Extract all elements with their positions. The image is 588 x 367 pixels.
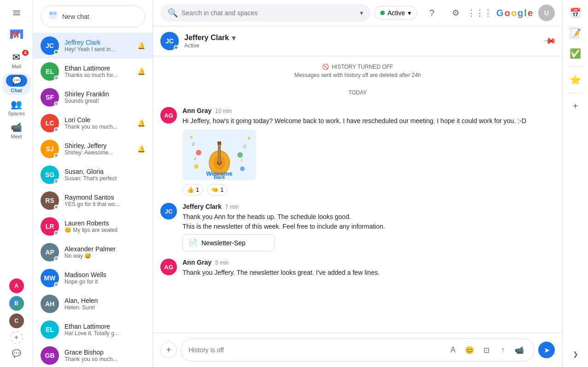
emoji-reactions: 👍 1 🤜 1 bbox=[182, 184, 555, 195]
settings-button[interactable]: ⚙ bbox=[447, 4, 465, 22]
apps-button[interactable]: ⋮⋮⋮ bbox=[470, 4, 489, 22]
svg-text:★: ★ bbox=[189, 135, 194, 140]
user-avatar-1[interactable]: A bbox=[9, 278, 24, 293]
svg-point-19 bbox=[237, 152, 243, 158]
chat-item[interactable]: AH Alan, Helen Helen: Sure! bbox=[33, 291, 153, 317]
active-status-button[interactable]: Active ▾ bbox=[374, 6, 417, 20]
svg-point-20 bbox=[194, 164, 199, 169]
offline-dot bbox=[54, 256, 59, 261]
chat-preview: Thanks so much for... bbox=[65, 72, 132, 78]
add-attachment-button[interactable]: + bbox=[160, 342, 177, 358]
search-input[interactable] bbox=[182, 9, 356, 17]
emoji-button[interactable]: 😊 bbox=[462, 343, 477, 357]
chat-name: Jeffrey Clark bbox=[65, 39, 132, 46]
chat-name: Raymond Santos bbox=[65, 194, 145, 201]
new-chat-label: New chat bbox=[62, 13, 89, 20]
chat-messages: 🚫 HISTORY TURNED OFF Messages sent with … bbox=[153, 56, 562, 332]
spaces-label: Spaces bbox=[8, 111, 25, 116]
send-button[interactable]: ➤ bbox=[538, 342, 555, 358]
chat-preview: 😊 My lips are sealed bbox=[65, 227, 145, 233]
thumbs-up-icon: 👍 bbox=[187, 186, 194, 193]
chat-item[interactable]: JC Jeffrey Clark Hey! Yeah I sent in... … bbox=[33, 33, 153, 59]
search-dropdown-icon[interactable]: ▾ bbox=[360, 9, 363, 17]
chat-item[interactable]: RS Raymond Santos YES go for it that wo.… bbox=[33, 188, 153, 213]
sidebar-item-spaces[interactable]: 👥 Spaces bbox=[3, 97, 30, 118]
newsletter-attachment[interactable]: 📄 Newsletter-Sep bbox=[182, 234, 275, 251]
offline-dot bbox=[54, 231, 59, 235]
screen-share-button[interactable]: ⊡ bbox=[479, 343, 494, 357]
bell-icon: 🔔 bbox=[137, 68, 145, 75]
mail-icon: ✉ bbox=[12, 52, 20, 63]
collapse-button[interactable]: ❯ bbox=[566, 345, 585, 363]
chat-name: Alan, Helen bbox=[65, 297, 145, 304]
chat-preview: Sounds great! bbox=[65, 98, 145, 104]
history-title: 🚫 HISTORY TURNED OFF bbox=[322, 64, 393, 70]
fist-icon: 🤜 bbox=[211, 186, 218, 193]
tasks-button[interactable]: 📝 bbox=[566, 24, 585, 42]
message-header: Ann Gray 5 min bbox=[182, 259, 555, 266]
svg-text:Back: Back bbox=[214, 175, 225, 180]
add-account-button[interactable]: + bbox=[10, 331, 23, 344]
chat-header-info: Jeffery Clark ▾ Active bbox=[184, 34, 539, 49]
chat-item[interactable]: SG Susan, Gloria Susan: That's perfect bbox=[33, 162, 153, 188]
format-text-button[interactable]: A bbox=[446, 343, 460, 357]
chat-item[interactable]: MW Madison Wells Nope go for it bbox=[33, 265, 153, 291]
user-avatar-2[interactable]: B bbox=[9, 296, 24, 311]
chat-item[interactable]: LC Lori Cole Thank you so much... 🔔 bbox=[33, 110, 153, 136]
mail-badge: 4 bbox=[22, 50, 29, 56]
chat-input[interactable] bbox=[188, 346, 442, 354]
chat-item[interactable]: LR Lauren Roberts 😊 My lips are sealed bbox=[33, 213, 153, 239]
offline-dot bbox=[54, 101, 59, 106]
pin-icon[interactable]: 📌 bbox=[542, 34, 557, 48]
chat-info: Ethan Lattimore Ha! Love it. Totally g..… bbox=[65, 323, 145, 337]
chat-avatar: AP bbox=[41, 243, 59, 261]
sender-name: Jeffery Clark bbox=[182, 203, 222, 210]
calendar-button[interactable]: 📅 bbox=[566, 4, 585, 22]
sidebar-item-meet[interactable]: 📹 Meet bbox=[3, 120, 30, 141]
chat-preview: Shirley: Awesome... bbox=[65, 149, 132, 156]
message-avatar: AG bbox=[160, 259, 177, 275]
sidebar-item-mail[interactable]: ✉ 4 Mail bbox=[3, 50, 30, 71]
upload-button[interactable]: ↑ bbox=[495, 343, 510, 357]
chat-item[interactable]: GB Grace Bishop Thank you so much... bbox=[33, 343, 153, 367]
chat-bubble-icon[interactable]: 💬 bbox=[10, 347, 23, 360]
chat-preview: Hey! Yeah I sent in... bbox=[65, 46, 132, 53]
svg-text:♫: ♫ bbox=[242, 143, 247, 149]
chat-name: Madison Wells bbox=[65, 271, 145, 278]
spaces-icon: 👥 bbox=[11, 99, 22, 110]
chat-item[interactable]: SF Shirley Franklin Sounds great! bbox=[33, 84, 153, 110]
chat-info: Jeffrey Clark Hey! Yeah I sent in... bbox=[65, 39, 132, 53]
thumbs-up-reaction[interactable]: 👍 1 bbox=[182, 184, 203, 195]
sidebar-item-chat[interactable]: 💬 Chat bbox=[3, 73, 30, 95]
svg-text:M: M bbox=[11, 29, 19, 40]
apps-icon: ⋮⋮⋮ bbox=[467, 8, 492, 18]
search-bar: 🔍 ▾ bbox=[160, 4, 370, 22]
sender-name: Ann Gray bbox=[182, 107, 212, 114]
message-row: AG Ann Gray 5 min Thank you Jeffery. The… bbox=[160, 259, 555, 278]
bell-icon: 🔔 bbox=[137, 145, 145, 153]
chat-avatar: RS bbox=[41, 191, 59, 210]
chat-info: Lori Cole Thank you so much... bbox=[65, 116, 132, 130]
right-sidebar: 📅 📝 ✅ ⭐ + ❯ bbox=[562, 0, 588, 367]
meet-label: Meet bbox=[11, 134, 22, 139]
user-account-avatar[interactable]: U bbox=[538, 5, 555, 21]
new-chat-button[interactable]: New chat bbox=[41, 6, 145, 27]
chat-item[interactable]: AP Alexander Palmer No way 😅 bbox=[33, 239, 153, 265]
chat-item[interactable]: EL Ethan Lattimore Ha! Love it. Totally … bbox=[33, 317, 153, 343]
chat-avatar: AH bbox=[41, 295, 59, 313]
fist-reaction[interactable]: 🤜 1 bbox=[207, 184, 228, 195]
user-avatar-3[interactable]: C bbox=[9, 314, 24, 328]
star-button[interactable]: ⭐ bbox=[566, 71, 585, 89]
contacts-button[interactable]: ✅ bbox=[566, 44, 585, 63]
chat-name: Lauren Roberts bbox=[65, 219, 145, 227]
star-icon: ⭐ bbox=[570, 74, 581, 85]
hamburger-menu-icon[interactable] bbox=[7, 4, 26, 22]
help-button[interactable]: ? bbox=[423, 4, 441, 22]
offline-dot bbox=[54, 76, 59, 80]
chat-item[interactable]: EL Ethan Lattimore Thanks so much for...… bbox=[33, 59, 153, 84]
online-dot bbox=[54, 50, 59, 54]
video-button[interactable]: 📹 bbox=[512, 343, 527, 357]
add-apps-button[interactable]: + bbox=[566, 97, 585, 115]
header-dropdown-icon[interactable]: ▾ bbox=[232, 34, 235, 42]
chat-item[interactable]: SJ Shirley, Jeffery Shirley: Awesome... … bbox=[33, 136, 153, 162]
